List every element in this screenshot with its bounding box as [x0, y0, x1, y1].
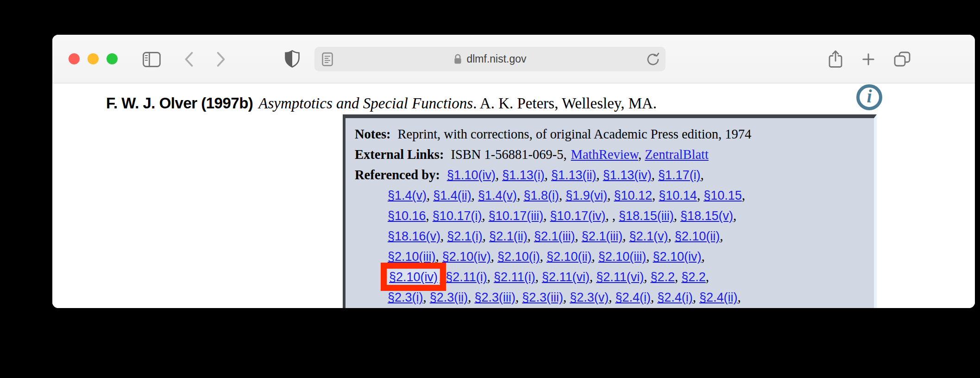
separator: ,	[563, 290, 570, 304]
notes-line: Notes:Reprint, with corrections, of orig…	[355, 124, 870, 145]
separator: ,	[575, 229, 581, 243]
minimize-window-button[interactable]	[88, 53, 99, 64]
separator: ,	[515, 290, 522, 304]
separator: ,	[426, 208, 433, 223]
section-link[interactable]: §2.4(i)	[657, 290, 693, 304]
section-link[interactable]: §2.2	[681, 270, 706, 284]
close-window-button[interactable]	[69, 53, 80, 64]
section-link[interactable]: §2.10(iii)	[598, 250, 647, 264]
separator: ,	[471, 188, 478, 202]
section-link[interactable]: §2.4(i)	[615, 290, 651, 304]
separator: ,	[675, 270, 681, 284]
section-link[interactable]: §2.10(ii)	[675, 229, 720, 243]
section-link[interactable]: §18.15(iii)	[619, 209, 674, 223]
separator: ,	[468, 290, 474, 304]
section-link[interactable]: §1.8(i)	[523, 189, 559, 202]
section-link[interactable]: §2.10(iv)	[653, 250, 701, 264]
section-link[interactable]: §2.4(ii)	[699, 290, 738, 304]
external-link[interactable]: MathReview	[571, 147, 638, 162]
section-link[interactable]: §2.10(iv)	[389, 270, 438, 284]
zoom-window-button[interactable]	[107, 53, 118, 64]
section-link[interactable]: §18.15(v)	[680, 209, 733, 223]
share-icon[interactable]	[828, 50, 843, 69]
browser-window: dlmf.nist.gov F. W. J. Olver (1997b)Asym…	[52, 35, 975, 308]
external-links: MathReview, ZentralBlatt	[571, 147, 709, 162]
section-link[interactable]: §2.10(iv)	[442, 250, 491, 264]
section-link[interactable]: §2.3(iii)	[475, 290, 516, 304]
tab-overview-icon[interactable]	[894, 51, 911, 67]
separator: ,	[720, 229, 723, 243]
sidebar-toggle-icon[interactable]	[143, 52, 161, 67]
section-link[interactable]: §18.16(v)	[388, 229, 440, 243]
section-link[interactable]: §2.11(vi)	[542, 270, 590, 284]
section-link[interactable]: §2.3(iii)	[522, 290, 563, 304]
external-link[interactable]: ZentralBlatt	[645, 147, 709, 162]
separator: ,	[491, 249, 497, 264]
info-icon[interactable]: i	[856, 84, 882, 110]
section-link[interactable]: §2.3(v)	[570, 290, 609, 304]
separator: ,	[652, 188, 659, 202]
separator: ,	[535, 270, 542, 284]
section-link[interactable]: §2.2	[650, 270, 675, 284]
page-content: F. W. J. Olver (1997b)Asymptotics and Sp…	[52, 83, 975, 308]
section-link[interactable]: §2.11(i)	[494, 270, 535, 284]
separator: ,	[702, 249, 705, 264]
separator: ,	[644, 270, 650, 284]
section-link[interactable]: §2.1(iii)	[534, 229, 575, 243]
section-link[interactable]: §1.13(i)	[502, 168, 545, 182]
section-link[interactable]: §10.17(iv)	[550, 209, 605, 223]
section-link[interactable]: §2.1(i)	[447, 229, 483, 243]
section-link[interactable]: §1.4(ii)	[433, 189, 471, 202]
section-link[interactable]: §2.11(vi)	[596, 270, 644, 284]
section-link[interactable]: §2.3(i)	[388, 290, 423, 304]
section-link[interactable]: §10.12	[614, 189, 652, 202]
section-link[interactable]: §1.4(v)	[478, 189, 517, 202]
section-link[interactable]: §2.1(iii)	[582, 229, 623, 243]
section-link[interactable]: §2.10(iii)	[388, 250, 436, 264]
separator: ,	[487, 270, 494, 284]
separator: ,	[591, 249, 598, 264]
section-link[interactable]: §1.9(vi)	[565, 189, 607, 202]
section-link[interactable]: §2.1(ii)	[489, 229, 528, 243]
section-link[interactable]: §1.13(iv)	[603, 168, 652, 182]
separator: ,	[693, 290, 699, 304]
citation-publisher: . A. K. Peters, Wellesley, MA.	[473, 95, 657, 112]
separator: ,	[482, 208, 488, 223]
url-text: dlmf.nist.gov	[466, 53, 526, 65]
separator: ,	[496, 168, 502, 182]
section-link[interactable]: §10.15	[704, 189, 742, 202]
section-link[interactable]: §10.14	[659, 189, 697, 202]
separator: ,	[706, 270, 709, 284]
section-link[interactable]: §2.10(i)	[497, 250, 540, 264]
referenced-by-label: Referenced by:	[355, 168, 440, 182]
section-link[interactable]: §1.13(ii)	[551, 168, 597, 182]
separator: ,	[517, 188, 523, 202]
section-link[interactable]: §2.3(ii)	[430, 290, 468, 304]
reference-links-row: §1.4(v), §1.4(ii), §1.4(v), §1.8(i), §1.…	[355, 185, 870, 206]
refresh-icon[interactable]	[646, 52, 660, 67]
address-bar[interactable]: dlmf.nist.gov	[314, 47, 666, 71]
separator: ,	[607, 188, 614, 202]
separator: ,	[612, 208, 619, 223]
separator: ,	[606, 208, 612, 223]
section-link[interactable]: §10.17(i)	[433, 209, 482, 223]
citation-author: F. W. J. Olver (1997b)	[106, 94, 253, 112]
url-display: dlmf.nist.gov	[314, 47, 666, 71]
back-button[interactable]	[184, 51, 194, 67]
separator: ,	[609, 290, 615, 304]
section-link[interactable]: §10.16	[388, 209, 426, 223]
section-link[interactable]: §10.17(iii)	[489, 209, 544, 223]
section-link[interactable]: §2.11(i)	[446, 270, 487, 284]
forward-button[interactable]	[216, 51, 226, 67]
privacy-shield-icon[interactable]	[284, 50, 300, 68]
section-link[interactable]: §2.1(v)	[629, 229, 668, 243]
reference-links-row: §2.10(iv), §2.11(i), §2.11(i), §2.11(vi)…	[355, 267, 870, 287]
separator: ,	[545, 168, 551, 182]
new-tab-icon[interactable]	[861, 52, 875, 66]
section-link[interactable]: §1.4(v)	[388, 189, 427, 202]
separator: ,	[651, 290, 657, 304]
section-link[interactable]: §2.10(ii)	[547, 250, 592, 264]
separator: ,	[701, 168, 704, 182]
section-link[interactable]: §1.17(i)	[658, 168, 701, 182]
section-link[interactable]: §1.10(iv)	[447, 168, 496, 182]
